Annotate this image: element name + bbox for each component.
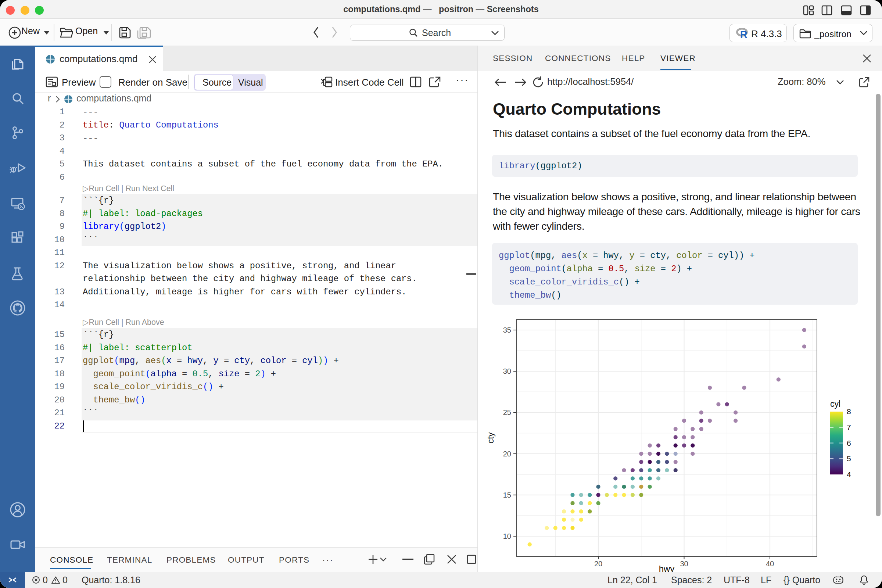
svg-text:15: 15 [503, 491, 511, 499]
svg-text:30: 30 [503, 367, 511, 375]
svg-text:5: 5 [847, 454, 851, 463]
svg-text:35: 35 [503, 326, 511, 334]
svg-text:25: 25 [503, 408, 511, 416]
svg-text:10: 10 [503, 532, 511, 540]
svg-text:30: 30 [680, 560, 688, 568]
svg-text:20: 20 [503, 450, 511, 458]
svg-text:cty: cty [486, 432, 495, 444]
svg-text:4: 4 [847, 470, 851, 478]
svg-text:6: 6 [847, 439, 851, 447]
svg-text:8: 8 [847, 407, 851, 416]
svg-text:cyl: cyl [830, 399, 840, 409]
svg-text:R: R [740, 29, 747, 38]
svg-text:40: 40 [766, 560, 774, 568]
svg-text:20: 20 [594, 560, 602, 568]
svg-text:7: 7 [847, 423, 851, 432]
